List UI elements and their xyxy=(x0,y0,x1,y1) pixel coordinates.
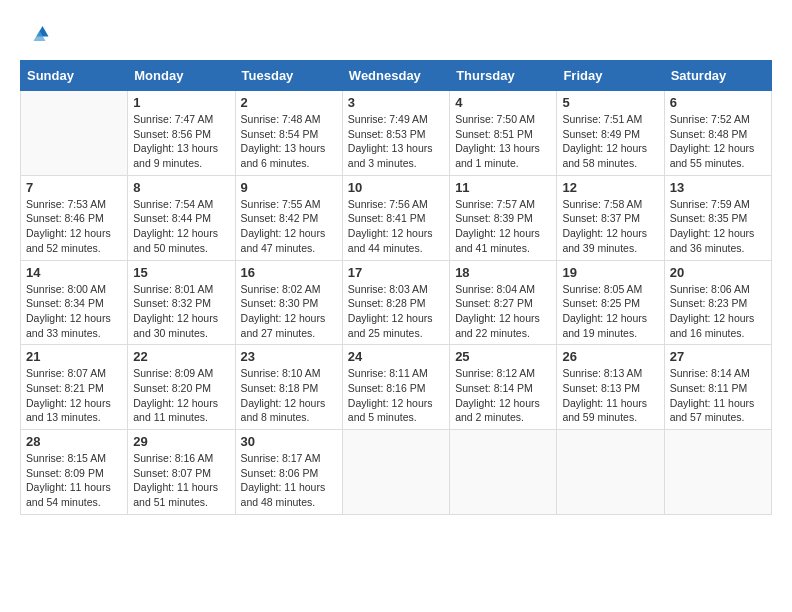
day-info: Sunrise: 7:57 AM Sunset: 8:39 PM Dayligh… xyxy=(455,197,551,256)
day-info: Sunrise: 8:09 AM Sunset: 8:20 PM Dayligh… xyxy=(133,366,229,425)
day-info: Sunrise: 7:50 AM Sunset: 8:51 PM Dayligh… xyxy=(455,112,551,171)
day-number: 17 xyxy=(348,265,444,280)
day-number: 13 xyxy=(670,180,766,195)
calendar-cell xyxy=(557,430,664,515)
calendar-cell: 11Sunrise: 7:57 AM Sunset: 8:39 PM Dayli… xyxy=(450,175,557,260)
day-number: 27 xyxy=(670,349,766,364)
calendar-cell: 13Sunrise: 7:59 AM Sunset: 8:35 PM Dayli… xyxy=(664,175,771,260)
calendar-week-row: 28Sunrise: 8:15 AM Sunset: 8:09 PM Dayli… xyxy=(21,430,772,515)
calendar-cell: 23Sunrise: 8:10 AM Sunset: 8:18 PM Dayli… xyxy=(235,345,342,430)
calendar-cell: 20Sunrise: 8:06 AM Sunset: 8:23 PM Dayli… xyxy=(664,260,771,345)
day-number: 19 xyxy=(562,265,658,280)
day-number: 6 xyxy=(670,95,766,110)
calendar-cell: 16Sunrise: 8:02 AM Sunset: 8:30 PM Dayli… xyxy=(235,260,342,345)
calendar-cell: 26Sunrise: 8:13 AM Sunset: 8:13 PM Dayli… xyxy=(557,345,664,430)
day-number: 16 xyxy=(241,265,337,280)
day-number: 5 xyxy=(562,95,658,110)
day-info: Sunrise: 8:02 AM Sunset: 8:30 PM Dayligh… xyxy=(241,282,337,341)
calendar-week-row: 14Sunrise: 8:00 AM Sunset: 8:34 PM Dayli… xyxy=(21,260,772,345)
calendar-cell xyxy=(21,91,128,176)
day-info: Sunrise: 8:05 AM Sunset: 8:25 PM Dayligh… xyxy=(562,282,658,341)
day-info: Sunrise: 7:47 AM Sunset: 8:56 PM Dayligh… xyxy=(133,112,229,171)
day-info: Sunrise: 7:53 AM Sunset: 8:46 PM Dayligh… xyxy=(26,197,122,256)
day-number: 22 xyxy=(133,349,229,364)
weekday-header-row: SundayMondayTuesdayWednesdayThursdayFrid… xyxy=(21,61,772,91)
calendar-table: SundayMondayTuesdayWednesdayThursdayFrid… xyxy=(20,60,772,515)
day-number: 4 xyxy=(455,95,551,110)
day-number: 21 xyxy=(26,349,122,364)
calendar-cell: 22Sunrise: 8:09 AM Sunset: 8:20 PM Dayli… xyxy=(128,345,235,430)
day-info: Sunrise: 7:48 AM Sunset: 8:54 PM Dayligh… xyxy=(241,112,337,171)
weekday-header: Tuesday xyxy=(235,61,342,91)
day-number: 23 xyxy=(241,349,337,364)
day-number: 2 xyxy=(241,95,337,110)
day-number: 28 xyxy=(26,434,122,449)
calendar-cell: 12Sunrise: 7:58 AM Sunset: 8:37 PM Dayli… xyxy=(557,175,664,260)
day-info: Sunrise: 7:56 AM Sunset: 8:41 PM Dayligh… xyxy=(348,197,444,256)
day-info: Sunrise: 8:03 AM Sunset: 8:28 PM Dayligh… xyxy=(348,282,444,341)
day-info: Sunrise: 8:01 AM Sunset: 8:32 PM Dayligh… xyxy=(133,282,229,341)
calendar-cell: 15Sunrise: 8:01 AM Sunset: 8:32 PM Dayli… xyxy=(128,260,235,345)
weekday-header: Monday xyxy=(128,61,235,91)
day-info: Sunrise: 8:14 AM Sunset: 8:11 PM Dayligh… xyxy=(670,366,766,425)
day-number: 12 xyxy=(562,180,658,195)
calendar-cell: 25Sunrise: 8:12 AM Sunset: 8:14 PM Dayli… xyxy=(450,345,557,430)
day-info: Sunrise: 8:04 AM Sunset: 8:27 PM Dayligh… xyxy=(455,282,551,341)
calendar-cell: 30Sunrise: 8:17 AM Sunset: 8:06 PM Dayli… xyxy=(235,430,342,515)
calendar-week-row: 1Sunrise: 7:47 AM Sunset: 8:56 PM Daylig… xyxy=(21,91,772,176)
day-info: Sunrise: 7:59 AM Sunset: 8:35 PM Dayligh… xyxy=(670,197,766,256)
day-info: Sunrise: 7:51 AM Sunset: 8:49 PM Dayligh… xyxy=(562,112,658,171)
day-number: 25 xyxy=(455,349,551,364)
calendar-cell: 10Sunrise: 7:56 AM Sunset: 8:41 PM Dayli… xyxy=(342,175,449,260)
day-number: 7 xyxy=(26,180,122,195)
day-info: Sunrise: 7:58 AM Sunset: 8:37 PM Dayligh… xyxy=(562,197,658,256)
calendar-cell: 3Sunrise: 7:49 AM Sunset: 8:53 PM Daylig… xyxy=(342,91,449,176)
day-number: 10 xyxy=(348,180,444,195)
calendar-cell: 19Sunrise: 8:05 AM Sunset: 8:25 PM Dayli… xyxy=(557,260,664,345)
day-number: 1 xyxy=(133,95,229,110)
day-info: Sunrise: 7:52 AM Sunset: 8:48 PM Dayligh… xyxy=(670,112,766,171)
day-number: 30 xyxy=(241,434,337,449)
page-header xyxy=(20,20,772,50)
day-info: Sunrise: 8:17 AM Sunset: 8:06 PM Dayligh… xyxy=(241,451,337,510)
day-number: 3 xyxy=(348,95,444,110)
calendar-cell: 21Sunrise: 8:07 AM Sunset: 8:21 PM Dayli… xyxy=(21,345,128,430)
day-number: 18 xyxy=(455,265,551,280)
day-number: 11 xyxy=(455,180,551,195)
day-info: Sunrise: 8:06 AM Sunset: 8:23 PM Dayligh… xyxy=(670,282,766,341)
calendar-week-row: 21Sunrise: 8:07 AM Sunset: 8:21 PM Dayli… xyxy=(21,345,772,430)
day-number: 15 xyxy=(133,265,229,280)
day-number: 9 xyxy=(241,180,337,195)
calendar-cell: 4Sunrise: 7:50 AM Sunset: 8:51 PM Daylig… xyxy=(450,91,557,176)
calendar-cell: 29Sunrise: 8:16 AM Sunset: 8:07 PM Dayli… xyxy=(128,430,235,515)
day-info: Sunrise: 8:16 AM Sunset: 8:07 PM Dayligh… xyxy=(133,451,229,510)
day-number: 26 xyxy=(562,349,658,364)
day-info: Sunrise: 8:07 AM Sunset: 8:21 PM Dayligh… xyxy=(26,366,122,425)
calendar-week-row: 7Sunrise: 7:53 AM Sunset: 8:46 PM Daylig… xyxy=(21,175,772,260)
day-info: Sunrise: 7:54 AM Sunset: 8:44 PM Dayligh… xyxy=(133,197,229,256)
weekday-header: Sunday xyxy=(21,61,128,91)
day-info: Sunrise: 8:12 AM Sunset: 8:14 PM Dayligh… xyxy=(455,366,551,425)
day-info: Sunrise: 8:11 AM Sunset: 8:16 PM Dayligh… xyxy=(348,366,444,425)
weekday-header: Saturday xyxy=(664,61,771,91)
day-info: Sunrise: 8:13 AM Sunset: 8:13 PM Dayligh… xyxy=(562,366,658,425)
logo xyxy=(20,20,54,50)
calendar-cell: 5Sunrise: 7:51 AM Sunset: 8:49 PM Daylig… xyxy=(557,91,664,176)
day-number: 20 xyxy=(670,265,766,280)
calendar-cell xyxy=(342,430,449,515)
calendar-cell: 28Sunrise: 8:15 AM Sunset: 8:09 PM Dayli… xyxy=(21,430,128,515)
day-number: 8 xyxy=(133,180,229,195)
day-info: Sunrise: 8:10 AM Sunset: 8:18 PM Dayligh… xyxy=(241,366,337,425)
day-number: 29 xyxy=(133,434,229,449)
day-info: Sunrise: 8:00 AM Sunset: 8:34 PM Dayligh… xyxy=(26,282,122,341)
day-number: 14 xyxy=(26,265,122,280)
calendar-cell: 9Sunrise: 7:55 AM Sunset: 8:42 PM Daylig… xyxy=(235,175,342,260)
logo-icon xyxy=(20,20,50,50)
day-info: Sunrise: 7:55 AM Sunset: 8:42 PM Dayligh… xyxy=(241,197,337,256)
calendar-cell: 6Sunrise: 7:52 AM Sunset: 8:48 PM Daylig… xyxy=(664,91,771,176)
calendar-cell: 14Sunrise: 8:00 AM Sunset: 8:34 PM Dayli… xyxy=(21,260,128,345)
calendar-cell: 1Sunrise: 7:47 AM Sunset: 8:56 PM Daylig… xyxy=(128,91,235,176)
calendar-cell: 27Sunrise: 8:14 AM Sunset: 8:11 PM Dayli… xyxy=(664,345,771,430)
weekday-header: Wednesday xyxy=(342,61,449,91)
day-info: Sunrise: 8:15 AM Sunset: 8:09 PM Dayligh… xyxy=(26,451,122,510)
